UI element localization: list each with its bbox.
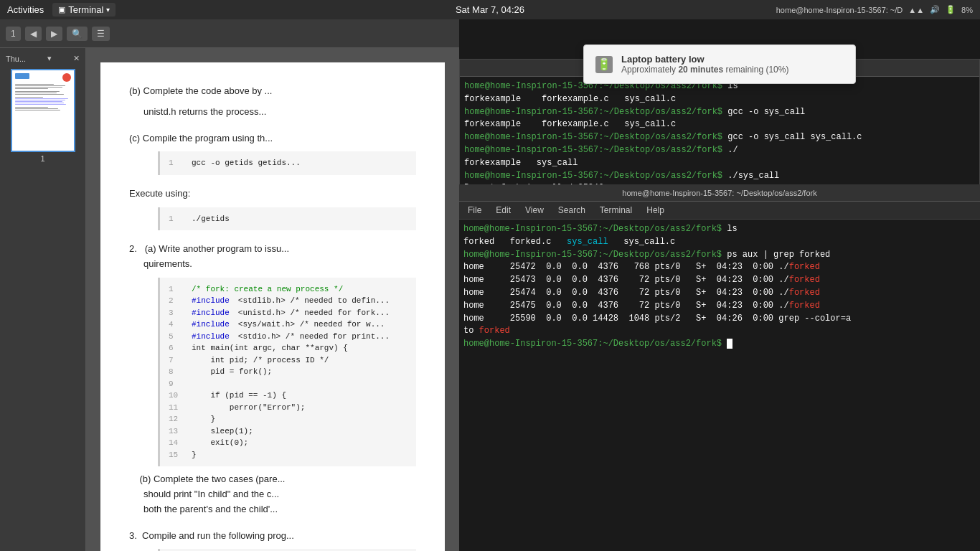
fork-code-7: 7 int pid; /* process ID */ <box>169 354 407 367</box>
fork-code-11: 11 perror("Error"); <box>169 402 407 414</box>
terminal-icon: ▣ <box>58 5 65 14</box>
term2-titlebar: home@home-Inspiron-15-3567: ~/Desktop/os… <box>459 184 980 202</box>
run-code-line: 1 ./getids <box>169 213 407 225</box>
thumb-image-1 <box>11 69 75 152</box>
term1-line-4: forkexample forkexample.c sys_call.c <box>464 118 975 131</box>
pdf-text-b1: (b) Complete the code above by ... <box>129 85 272 96</box>
thumb-header-close-icon[interactable]: ✕ <box>73 54 80 63</box>
term2-line-9: to forked <box>463 325 976 337</box>
term2-title: home@home-Inspiron-15-3567: ~/Desktop/os… <box>622 189 816 197</box>
terminal-window-2[interactable]: home@home-Inspiron-15-3567: ~/Desktop/os… <box>459 184 980 551</box>
battery-popup-text: Laptop battery low Approximately 20 minu… <box>621 54 844 75</box>
menu-file[interactable]: File <box>465 204 484 217</box>
fork-code-6: 6int main(int argc, char **argv) { <box>169 342 407 354</box>
term1-line-7: forkexample sys_call <box>464 157 975 169</box>
prev-page-button[interactable]: ◀ <box>25 27 42 41</box>
topbar-left: Activities ▣ Terminal ▾ <box>7 3 116 17</box>
term2-line-2: forked forked.c sys_call sys_call.c <box>463 236 976 248</box>
thumb-lines <box>15 84 71 110</box>
pdf-section-3: 3. Compile and run the following prog...… <box>129 529 416 551</box>
menu-terminal[interactable]: Terminal <box>597 204 635 217</box>
pdf-item-c: (c) Compile the program using th... <box>129 131 416 146</box>
wifi-icon: ▲▲ <box>908 6 924 14</box>
term2-line-3: home@home-Inspiron-15-3567:~/Desktop/os/… <box>463 249 976 261</box>
sound-icon: 🔊 <box>930 5 940 14</box>
term2-line-4: home 25472 0.0 0.0 4376 768 pts/0 S+ 04:… <box>463 261 976 273</box>
battery-notification: 🔋 Laptop battery low Approximately 20 mi… <box>583 44 856 84</box>
pdf-code-gcc: 1 gcc -o getids getids... <box>158 151 416 175</box>
pdf-page: (b) Complete the code above by ... unist… <box>100 62 445 551</box>
term1-line-5: home@home-Inspiron-15-3567:~/Desktop/os/… <box>464 131 975 143</box>
pdf-panel: 1 ◀ ▶ 🔍 ☰ Thu... ▾ ✕ <box>0 19 459 551</box>
term2-menubar: File Edit View Search Terminal Help <box>459 202 980 220</box>
fork-code-1: 1/* fork: create a new process */ <box>169 283 407 296</box>
pdf-item-2: 2. (a) Write another program to issu... … <box>129 242 416 272</box>
battery-icon: 🔋 <box>946 5 956 14</box>
pdf-2a-detail: quirements. <box>143 258 192 269</box>
thumb-content-1 <box>12 70 74 151</box>
view-toggle-button[interactable]: ☰ <box>92 27 110 41</box>
search-button[interactable]: 🔍 <box>67 27 88 41</box>
pdf-run-cmd: 1 ./getids <box>158 207 416 231</box>
term2-body: home@home-Inspiron-15-3567:~/Desktop/os/… <box>459 220 980 551</box>
fork-code-4: 4#include <sys/wait.h> /* needed for w..… <box>169 319 407 331</box>
thumb-header-expand-icon[interactable]: ▾ <box>47 54 52 63</box>
line-num-1: 1 <box>169 157 183 169</box>
term1-line-6: home@home-Inspiron-15-3567:~/Desktop/os/… <box>464 144 975 156</box>
term1-line-2: forkexample forkexample.c sys_call.c <box>464 93 975 105</box>
datetime-label: Sat Mar 7, 04:26 <box>456 4 524 15</box>
pdf-code-fork: 1/* fork: create a new process */ 2#incl… <box>158 278 416 467</box>
topbar-clock: Sat Mar 7, 04:26 <box>456 4 524 15</box>
terminal-taskbar-label: Terminal <box>68 4 103 15</box>
pdf-2b-detail1: should print "In child" and the c... <box>143 489 279 499</box>
menu-edit[interactable]: Edit <box>493 204 514 217</box>
fork-code-10: 10 if (pid == -1) { <box>169 390 407 402</box>
pdf-item-b: (b) Complete the code above by ... <box>129 84 416 99</box>
pdf-section-b: (b) Complete the code above by ... unist… <box>129 84 416 120</box>
thumb-header-label: Thu... <box>6 55 26 63</box>
pdf-text-b2: unistd.h returns the process... <box>143 105 416 120</box>
cursor-block <box>727 339 732 349</box>
next-page-button[interactable]: ▶ <box>46 27 62 41</box>
fork-code-8: 8 pid = fork(); <box>169 366 407 378</box>
pdf-thumbnails: Thu... ▾ ✕ <box>0 48 86 551</box>
fork-code-5: 5#include <stdio.h> /* needed for print.… <box>169 331 407 343</box>
pdf-execute-section: Execute using: 1 ./getids <box>129 187 416 230</box>
pdf-toolbar: 1 ◀ ▶ 🔍 ☰ <box>0 19 459 48</box>
run-line-num: 1 <box>169 213 183 225</box>
battery-popup-icon: 🔋 <box>595 56 613 73</box>
line-code-1: gcc -o getids getids... <box>192 157 301 169</box>
fork-code-14: 14 exit(0); <box>169 437 407 449</box>
pdf-section-2: 2. (a) Write another program to issu... … <box>129 242 416 517</box>
fork-code-12: 12 } <box>169 413 407 425</box>
pdf-section-c: (c) Compile the program using th... 1 gc… <box>129 131 416 175</box>
battery-desc-suffix: remaining (10%) <box>723 65 788 75</box>
pdf-item-2b: (b) Complete the two cases (pare... shou… <box>129 472 416 517</box>
topbar-right: home@home-Inspiron-15-3567: ~/D ▲▲ 🔊 🔋 8… <box>776 5 973 14</box>
battery-desc-bold: 20 minutes <box>678 65 723 75</box>
activities-label[interactable]: Activities <box>7 4 44 15</box>
topbar: Activities ▣ Terminal ▾ Sat Mar 7, 04:26… <box>0 0 980 19</box>
term2-line-6: home 25474 0.0 0.0 4376 72 pts/0 S+ 04:2… <box>463 287 976 299</box>
term2-line-1: home@home-Inspiron-15-3567:~/Desktop/os/… <box>463 223 976 235</box>
terminal-taskbar-button[interactable]: ▣ Terminal ▾ <box>52 3 116 17</box>
page-number-display: 1 <box>6 27 21 41</box>
battery-popup-desc: Approximately 20 minutes remaining (10%) <box>621 65 844 75</box>
thumb-header: Thu... ▾ ✕ <box>6 54 80 63</box>
battery-desc-prefix: Approximately <box>621 65 678 75</box>
term1-line-8: home@home-Inspiron-15-3567:~/Desktop/os/… <box>464 170 975 182</box>
pdf-sidebar-area: Thu... ▾ ✕ <box>0 48 459 551</box>
term2-line-7: home 25475 0.0 0.0 4376 72 pts/0 S+ 04:2… <box>463 300 976 312</box>
code-line-1: 1 gcc -o getids getids... <box>169 157 407 169</box>
execute-label: Execute using: <box>129 187 416 202</box>
menu-search[interactable]: Search <box>555 204 588 217</box>
pdf-main-content: (b) Complete the code above by ... unist… <box>86 48 459 551</box>
menu-view[interactable]: View <box>522 204 547 217</box>
chevron-down-icon: ▾ <box>106 6 110 14</box>
battery-popup-title: Laptop battery low <box>621 54 844 65</box>
pdf-thumbnail-1[interactable]: 1 <box>11 69 75 163</box>
menu-help[interactable]: Help <box>644 204 667 217</box>
pdf-2b-detail2: both the parent's and the child'... <box>143 504 278 514</box>
term2-line-10: home@home-Inspiron-15-3567:~/Desktop/os/… <box>463 338 976 350</box>
term1-line-3: home@home-Inspiron-15-3567:~/Desktop/os/… <box>464 106 975 118</box>
